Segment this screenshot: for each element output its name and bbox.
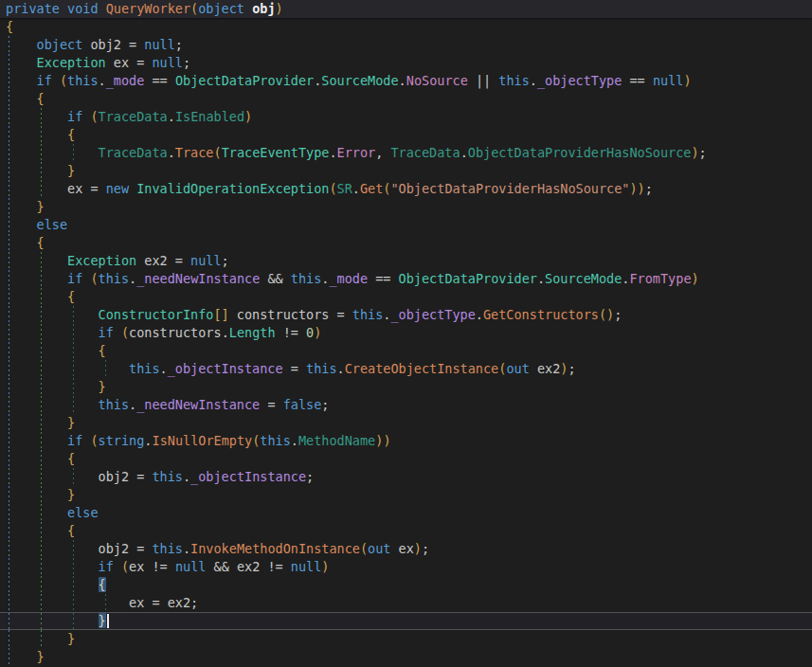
code-token: _objectType bbox=[390, 307, 475, 322]
code-token: ; bbox=[699, 145, 707, 160]
code-line[interactable]: { bbox=[0, 18, 812, 36]
code-token: if bbox=[99, 325, 114, 340]
code-token: if bbox=[37, 73, 52, 88]
code-line[interactable]: if (this._mode == ObjectDataProvider.Sou… bbox=[0, 72, 812, 90]
code-line[interactable]: if (ex != null && ex2 != null) bbox=[0, 558, 812, 576]
code-line[interactable]: obj2 = this.InvokeMethodOnInstance(out e… bbox=[0, 540, 812, 558]
code-area[interactable]: { object obj2 = null; Exception ex = nul… bbox=[0, 18, 812, 666]
code-token: ObjectDataProvider bbox=[175, 73, 314, 88]
code-token: this bbox=[498, 73, 530, 88]
code-token: _needNewInstance bbox=[136, 271, 260, 286]
code-editor: private void QueryWorker(object obj) { o… bbox=[0, 0, 812, 667]
code-token: ( bbox=[329, 181, 336, 196]
code-token: ( bbox=[121, 559, 129, 574]
code-token bbox=[6, 379, 99, 394]
code-token: ConstructorInfo bbox=[99, 307, 214, 322]
code-token: Trace bbox=[175, 145, 214, 160]
code-token: _objectInstance bbox=[168, 361, 283, 376]
code-token: == bbox=[144, 73, 175, 88]
code-token: ex = bbox=[106, 55, 153, 70]
current-code-line[interactable]: } bbox=[0, 612, 812, 630]
code-token: ( bbox=[60, 73, 67, 88]
code-token bbox=[6, 361, 129, 376]
code-line[interactable]: if (constructors.Length != 0) bbox=[0, 324, 812, 342]
code-token: SourceMode bbox=[545, 271, 622, 286]
code-line[interactable]: } bbox=[0, 414, 812, 432]
code-line[interactable]: obj2 = this._objectInstance; bbox=[0, 468, 812, 486]
code-line[interactable]: TraceData.Trace(TraceEventType.Error, Tr… bbox=[0, 144, 812, 162]
code-line[interactable]: Exception ex2 = null; bbox=[0, 252, 812, 270]
code-line[interactable]: { bbox=[0, 522, 812, 540]
code-token: ) bbox=[276, 1, 283, 16]
code-line[interactable]: } bbox=[0, 486, 812, 504]
code-token bbox=[6, 595, 129, 610]
code-token: { bbox=[37, 235, 45, 250]
code-token: "ObjectDataProviderHasNoSource" bbox=[390, 181, 629, 196]
code-line[interactable]: ex = new InvalidOperationException(SR.Ge… bbox=[0, 180, 812, 198]
code-token: this bbox=[352, 307, 384, 322]
code-line[interactable]: if (TraceData.IsEnabled) bbox=[0, 108, 812, 126]
code-token: ; bbox=[321, 397, 329, 412]
code-token: FromType bbox=[629, 271, 691, 286]
sticky-scroll-header[interactable]: private void QueryWorker(object obj) bbox=[0, 0, 812, 18]
code-token: if bbox=[99, 559, 114, 574]
code-token: } bbox=[37, 649, 45, 664]
code-token bbox=[6, 415, 67, 430]
code-token bbox=[6, 541, 99, 556]
code-token: if bbox=[67, 433, 82, 448]
code-token: this bbox=[152, 469, 183, 484]
code-line[interactable]: { bbox=[0, 288, 812, 306]
matched-brace: } bbox=[99, 613, 106, 628]
code-token: . bbox=[222, 325, 229, 340]
code-token: != bbox=[276, 325, 307, 340]
code-line[interactable]: else bbox=[0, 504, 812, 522]
code-line[interactable]: else bbox=[0, 216, 812, 234]
code-token: } bbox=[67, 415, 75, 430]
code-line[interactable]: } bbox=[0, 162, 812, 180]
code-line[interactable]: if (this._needNewInstance && this._mode … bbox=[0, 270, 812, 288]
code-line[interactable]: ex = ex2; bbox=[0, 594, 812, 612]
code-token: } bbox=[99, 379, 106, 394]
code-line[interactable]: { bbox=[0, 450, 812, 468]
code-line[interactable]: } bbox=[0, 630, 812, 648]
code-token: _mode bbox=[106, 73, 145, 88]
code-line[interactable]: if (string.IsNullOrEmpty(this.MethodName… bbox=[0, 432, 812, 450]
code-token bbox=[6, 649, 37, 664]
code-token bbox=[6, 163, 67, 178]
code-token: . bbox=[168, 145, 175, 160]
code-token: . bbox=[476, 307, 483, 322]
code-line[interactable]: { bbox=[0, 126, 812, 144]
code-line[interactable]: ConstructorInfo[] constructors = this._o… bbox=[0, 306, 812, 324]
code-line[interactable]: object obj2 = null; bbox=[0, 36, 812, 54]
code-line[interactable]: { bbox=[0, 90, 812, 108]
code-line[interactable]: } bbox=[0, 378, 812, 396]
text-cursor bbox=[107, 614, 109, 628]
code-token: = bbox=[260, 397, 282, 412]
code-token: ( bbox=[90, 271, 98, 286]
code-line[interactable]: this._needNewInstance = false; bbox=[0, 396, 812, 414]
code-token bbox=[6, 433, 67, 448]
code-token: () bbox=[599, 307, 614, 322]
code-token bbox=[6, 181, 67, 196]
code-token bbox=[6, 271, 67, 286]
code-token: ; bbox=[222, 253, 229, 268]
code-token: Exception bbox=[67, 253, 136, 268]
code-token: ; bbox=[190, 595, 198, 610]
code-token: this bbox=[129, 361, 160, 376]
code-line[interactable]: Exception ex = null; bbox=[0, 54, 812, 72]
code-token: . bbox=[183, 541, 190, 556]
code-line[interactable]: { bbox=[0, 576, 812, 594]
code-token: } bbox=[67, 163, 75, 178]
code-line[interactable]: } bbox=[0, 648, 812, 666]
code-line[interactable]: { bbox=[0, 342, 812, 360]
code-token: obj bbox=[252, 1, 275, 16]
code-token: { bbox=[67, 451, 75, 466]
code-line[interactable]: { bbox=[0, 234, 812, 252]
code-token: ex2 = bbox=[136, 253, 190, 268]
code-line[interactable]: } bbox=[0, 198, 812, 216]
code-token: GetConstructors bbox=[483, 307, 599, 322]
code-token: ( bbox=[90, 109, 98, 124]
code-token: ) bbox=[321, 559, 329, 574]
code-token: Length bbox=[229, 325, 276, 340]
code-line[interactable]: this._objectInstance = this.CreateObject… bbox=[0, 360, 812, 378]
